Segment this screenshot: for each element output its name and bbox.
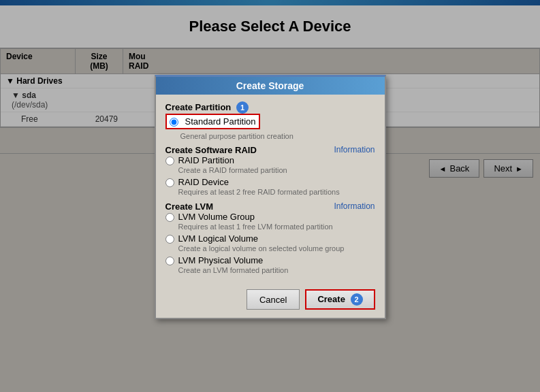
modal-content: Create Partition 1 Standard Partition Ge… — [156, 95, 385, 282]
standard-partition-option[interactable]: Standard Partition — [165, 114, 375, 129]
standard-partition-radio[interactable] — [170, 118, 178, 127]
raid-partition-option[interactable]: RAID Partition Create a RAID formated pa… — [165, 155, 375, 174]
raid-partition-sublabel: Create a RAID formated partition — [178, 166, 287, 174]
modal-title: Create Storage — [236, 80, 304, 91]
raid-device-radio[interactable] — [165, 178, 174, 187]
lvm-logical-volume-option[interactable]: LVM Logical Volume Create a logical volu… — [165, 233, 375, 252]
lvm-info-link[interactable]: Information — [334, 201, 375, 211]
lvm-physical-volume-label: LVM Physical Volume — [178, 255, 289, 265]
step-badge-1: 1 — [236, 101, 249, 114]
create-lvm-section: Information Create LVM — [165, 201, 375, 212]
lvm-physical-volume-sublabel: Create an LVM formated partition — [178, 266, 289, 274]
create-software-raid-section: Information Create Software RAID — [165, 145, 375, 155]
lvm-logical-volume-radio[interactable] — [165, 235, 174, 244]
lvm-logical-volume-sublabel: Create a logical volume on selected volu… — [178, 244, 345, 252]
step-badge-2: 2 — [351, 293, 363, 306]
modal-title-bar: Create Storage — [156, 77, 385, 95]
create-storage-modal: Create Storage Create Partition 1 Standa… — [155, 75, 386, 319]
lvm-volume-group-label: LVM Volume Group — [178, 212, 333, 222]
software-raid-info-link[interactable]: Information — [334, 145, 375, 154]
standard-partition-highlighted[interactable]: Standard Partition — [165, 114, 260, 129]
create-software-raid-label: Create Software RAID — [165, 145, 257, 155]
standard-partition-label: Standard Partition — [185, 116, 256, 127]
modal-cancel-button[interactable]: Cancel — [247, 289, 300, 310]
raid-device-option[interactable]: RAID Device Requires at least 2 free RAI… — [165, 177, 375, 196]
lvm-volume-group-sublabel: Requires at least 1 free LVM formated pa… — [178, 223, 333, 231]
raid-partition-radio[interactable] — [165, 157, 174, 165]
lvm-volume-group-option[interactable]: LVM Volume Group Requires at least 1 fre… — [165, 212, 375, 231]
lvm-volume-group-radio[interactable] — [165, 213, 174, 222]
create-lvm-label: Create LVM — [165, 201, 214, 212]
modal-create-button[interactable]: Create 2 — [305, 289, 375, 310]
raid-partition-label: RAID Partition — [178, 155, 287, 165]
standard-partition-sublabel: General purpose partition creation — [180, 131, 375, 141]
modal-create-label: Create — [317, 294, 345, 304]
lvm-physical-volume-option[interactable]: LVM Physical Volume Create an LVM format… — [165, 255, 375, 274]
modal-overlay: Create Storage Create Partition 1 Standa… — [0, 0, 540, 392]
lvm-logical-volume-label: LVM Logical Volume — [178, 233, 345, 244]
raid-device-label: RAID Device — [178, 177, 340, 187]
raid-device-sublabel: Requires at least 2 free RAID formated p… — [178, 188, 340, 196]
lvm-physical-volume-radio[interactable] — [165, 257, 174, 265]
modal-buttons: Cancel Create 2 — [156, 282, 385, 318]
create-partition-label: Create Partition — [165, 102, 232, 112]
create-partition-section: Create Partition 1 — [165, 101, 375, 114]
